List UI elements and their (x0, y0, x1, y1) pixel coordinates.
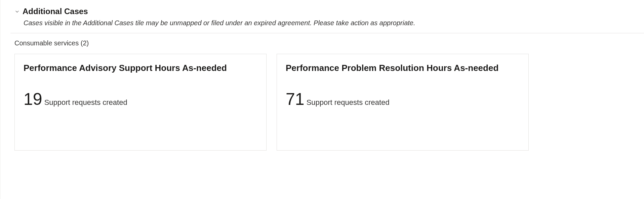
tile-performance-problem-resolution[interactable]: Performance Problem Resolution Hours As-… (277, 54, 529, 151)
tile-stat: 71 Support requests created (286, 91, 520, 108)
tile-stat-label: Support requests created (307, 98, 390, 107)
tile-title: Performance Problem Resolution Hours As-… (286, 63, 520, 73)
subsection-label: Consumable services (2) (0, 33, 644, 54)
tile-performance-advisory[interactable]: Performance Advisory Support Hours As-ne… (14, 54, 267, 151)
tile-stat-number: 71 (286, 91, 305, 108)
section-header-additional-cases[interactable]: Additional Cases (0, 0, 644, 18)
tiles-row: Performance Advisory Support Hours As-ne… (0, 54, 644, 151)
chevron-down-icon (14, 9, 20, 14)
section-title: Additional Cases (23, 6, 88, 16)
tile-title: Performance Advisory Support Hours As-ne… (24, 63, 257, 73)
tile-stat-number: 19 (24, 91, 42, 108)
section-subtitle: Cases visible in the Additional Cases ti… (0, 18, 644, 33)
main-container: Additional Cases Cases visible in the Ad… (0, 0, 644, 199)
tile-stat: 19 Support requests created (24, 91, 257, 108)
tile-stat-label: Support requests created (44, 98, 127, 107)
